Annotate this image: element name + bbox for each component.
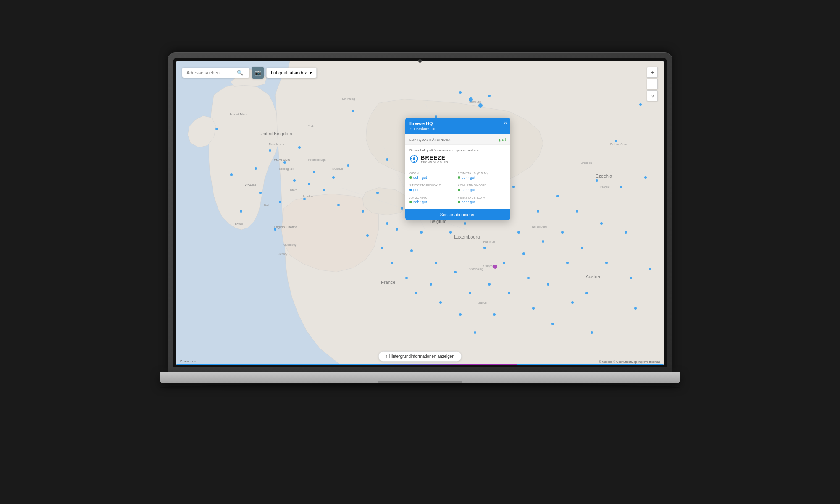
metric-no2-dot: [410, 189, 412, 191]
metric-ozon-dot: [410, 176, 412, 179]
metric-co-value: sehr gut: [458, 188, 506, 192]
popup-header: Breeze HQ ⊙ Hamburg, DE ×: [405, 118, 510, 134]
laptop-base: [160, 372, 680, 383]
camera-button[interactable]: 📷: [252, 67, 264, 79]
popup-sponsor: Dieser Luftqualitätssensor wird gesponse…: [405, 145, 510, 167]
laptop-lid: United Kingdom ENGLAND WALES The Netherl…: [168, 52, 672, 372]
svg-point-13: [416, 160, 417, 161]
breeze-logo-sub: TECHNOLOGIES: [421, 161, 449, 163]
zoom-in-button[interactable]: +: [647, 67, 658, 78]
camera-icon: [418, 59, 422, 63]
svg-point-6: [414, 155, 415, 156]
map-controls: + − ⊙: [647, 67, 658, 101]
popup-aqi-row: LUFTQUALITÄTSINDEX gut: [405, 134, 510, 145]
zoom-out-button[interactable]: −: [647, 79, 658, 89]
metric-ozon: OZON sehr gut: [410, 170, 458, 182]
location-button[interactable]: ⊙: [647, 90, 658, 101]
svg-point-11: [416, 156, 417, 157]
breeze-logo-icon: [410, 154, 419, 163]
breeze-logo-text: BREEZE: [421, 155, 446, 161]
svg-point-9: [417, 158, 418, 160]
location-icon: ⊙: [651, 94, 654, 98]
chevron-down-icon: ▾: [310, 70, 312, 76]
popup-subtitle: ⊙ Hamburg, DE: [410, 127, 506, 131]
metric-feinstaub10: FEINSTAUB (10 µ) sehr gut: [458, 194, 506, 206]
metric-feinstaub25: FEINSTAUB (2.5 µ) sehr gut: [458, 170, 506, 182]
metric-feinstaub25-label: FEINSTAUB (2.5 µ): [458, 172, 506, 175]
index-dropdown[interactable]: Luftqualitätsindex ▾: [266, 68, 317, 78]
metric-no2-label: STICKSTOFFDIOXID: [410, 184, 458, 187]
svg-point-7: [414, 161, 415, 163]
popup-aqi-value: gut: [499, 137, 506, 142]
map-container[interactable]: United Kingdom ENGLAND WALES The Netherl…: [176, 61, 664, 365]
metric-ozon-value: sehr gut: [410, 176, 458, 180]
metric-ammonia-dot: [410, 201, 412, 203]
metric-co: KOHLENMONOXID sehr gut: [458, 182, 506, 194]
metric-ammonia: AMMONIAK sehr gut: [410, 194, 458, 206]
metric-co-label: KOHLENMONOXID: [458, 184, 506, 187]
laptop-shadow: [160, 383, 680, 392]
metric-feinstaub25-value: sehr gut: [458, 176, 506, 180]
svg-point-8: [410, 158, 412, 160]
bottom-bar: ↑ Hintergrundinformationen anzeigen: [176, 348, 664, 365]
metric-ammonia-value: sehr gut: [410, 200, 458, 204]
screen-bezel: United Kingdom ENGLAND WALES The Netherl…: [173, 58, 667, 367]
subscribe-button[interactable]: Sensor abonnieren: [405, 209, 510, 220]
svg-point-10: [412, 156, 412, 157]
popup-close-button[interactable]: ×: [504, 120, 507, 126]
metric-feinstaub10-dot: [458, 201, 460, 203]
metric-ammonia-label: AMMONIAK: [410, 196, 458, 199]
index-dropdown-label: Luftqualitätsindex: [271, 70, 307, 75]
metric-no2-value: gut: [410, 188, 458, 192]
metric-feinstaub25-dot: [458, 176, 460, 179]
metric-feinstaub10-label: FEINSTAUB (10 µ): [458, 196, 506, 199]
hintergrund-button[interactable]: ↑ Hintergrundinformationen anzeigen: [378, 351, 462, 362]
svg-point-12: [412, 160, 412, 161]
metric-no2: STICKSTOFFDIOXID gut: [410, 182, 458, 194]
screen: United Kingdom ENGLAND WALES The Netherl…: [176, 61, 664, 365]
svg-point-5: [413, 158, 415, 160]
sponsor-text: Dieser Luftqualitätssensor wird gesponse…: [410, 148, 480, 152]
metric-feinstaub10-value: sehr gut: [458, 200, 506, 204]
metric-co-dot: [458, 189, 460, 191]
search-button[interactable]: 🔍: [237, 70, 243, 76]
search-input[interactable]: [186, 70, 237, 75]
search-bar: 🔍 📷 Luftqualitätsindex ▾: [182, 67, 317, 79]
popup-metrics: OZON sehr gut FEINSTAUB (2.5 µ): [405, 167, 510, 209]
sensor-popup: Breeze HQ ⊙ Hamburg, DE × LUFTQUALITÄTSI…: [405, 118, 510, 220]
breeze-logo: BREEZE TECHNOLOGIES: [410, 154, 506, 163]
camera-icon: 📷: [255, 70, 261, 76]
popup-title: Breeze HQ: [410, 121, 506, 126]
laptop: United Kingdom ENGLAND WALES The Netherl…: [147, 52, 693, 452]
breeze-brand: BREEZE TECHNOLOGIES: [421, 155, 449, 163]
metric-ozon-label: OZON: [410, 172, 458, 175]
search-input-wrapper[interactable]: 🔍: [182, 68, 249, 78]
popup-aqi-label: LUFTQUALITÄTSINDEX: [410, 138, 451, 142]
